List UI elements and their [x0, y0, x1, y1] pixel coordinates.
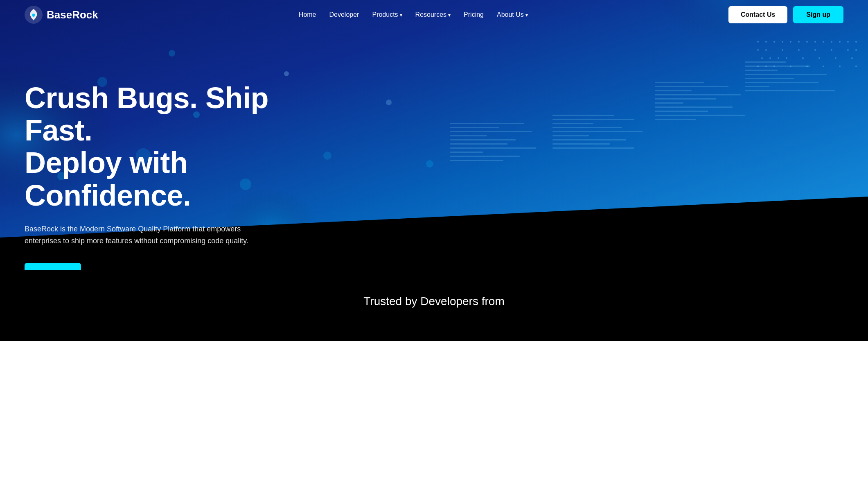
svg-rect-46: [450, 139, 516, 140]
svg-rect-42: [450, 123, 524, 124]
svg-rect-44: [450, 131, 532, 132]
svg-point-88: [426, 160, 433, 168]
svg-rect-26: [761, 57, 763, 59]
svg-rect-23: [831, 49, 832, 51]
logo-icon: [25, 6, 43, 24]
nav-actions: Contact Us Sign up: [728, 6, 843, 23]
nav-item-about[interactable]: About Us ▾: [497, 11, 528, 18]
logo-text: BaseRock: [47, 9, 98, 21]
svg-rect-66: [655, 102, 683, 104]
trusted-title: Trusted by Developers from: [25, 295, 843, 308]
svg-rect-11: [806, 41, 808, 43]
svg-rect-69: [655, 115, 745, 116]
svg-rect-12: [814, 41, 816, 43]
svg-rect-65: [655, 98, 716, 100]
logo-link[interactable]: BaseRock: [25, 6, 98, 24]
svg-rect-64: [655, 94, 741, 95]
svg-rect-53: [552, 119, 634, 120]
svg-rect-73: [745, 70, 778, 71]
svg-rect-77: [745, 86, 769, 87]
navbar: BaseRock Home Developer Products ▾ Resou…: [0, 0, 868, 29]
svg-rect-21: [798, 49, 800, 51]
svg-rect-40: [839, 66, 841, 67]
svg-rect-52: [552, 115, 614, 116]
svg-rect-20: [782, 49, 783, 51]
svg-rect-41: [855, 66, 857, 67]
svg-rect-54: [552, 123, 593, 124]
svg-rect-61: [655, 82, 704, 83]
signup-hero-button[interactable]: Sign up: [25, 263, 81, 270]
svg-rect-16: [847, 41, 849, 43]
svg-rect-8: [782, 41, 783, 43]
svg-rect-68: [655, 111, 708, 112]
svg-rect-14: [831, 41, 832, 43]
svg-rect-63: [655, 90, 692, 91]
nav-item-developer[interactable]: Developer: [329, 11, 359, 18]
svg-rect-29: [786, 57, 787, 59]
svg-rect-25: [855, 49, 857, 51]
svg-rect-56: [552, 131, 643, 132]
svg-rect-50: [450, 156, 520, 157]
svg-rect-58: [552, 139, 626, 140]
svg-rect-67: [655, 106, 733, 108]
svg-rect-76: [745, 82, 818, 83]
nav-item-products[interactable]: Products ▾: [372, 11, 402, 18]
svg-rect-72: [745, 66, 810, 67]
nav-links: Home Developer Products ▾ Resources ▾ Pr…: [299, 11, 528, 18]
svg-rect-70: [655, 119, 696, 120]
hero-title: Crush Bugs. Ship Fast. Deploy with Confi…: [25, 82, 344, 212]
svg-rect-9: [790, 41, 791, 43]
nav-item-home[interactable]: Home: [299, 11, 316, 18]
hero-content: Crush Bugs. Ship Fast. Deploy with Confi…: [0, 0, 368, 270]
svg-rect-43: [450, 127, 499, 128]
svg-rect-51: [450, 160, 503, 161]
svg-rect-62: [655, 86, 728, 87]
signup-nav-button[interactable]: Sign up: [793, 6, 843, 23]
svg-rect-74: [745, 74, 827, 75]
chevron-down-icon: ▾: [525, 12, 528, 18]
contact-us-button[interactable]: Contact Us: [728, 6, 787, 23]
hero-section: Crush Bugs. Ship Fast. Deploy with Confi…: [0, 0, 868, 270]
svg-rect-10: [798, 41, 800, 43]
chevron-down-icon: ▾: [400, 12, 402, 18]
svg-rect-30: [802, 57, 804, 59]
svg-rect-57: [552, 135, 589, 136]
svg-rect-13: [823, 41, 824, 43]
svg-rect-33: [851, 57, 853, 59]
svg-rect-19: [765, 49, 767, 51]
nav-item-pricing[interactable]: Pricing: [464, 11, 484, 18]
hero-subtitle: BaseRock is the Modern Software Quality …: [25, 223, 262, 247]
svg-rect-71: [745, 61, 786, 63]
svg-rect-75: [745, 78, 794, 79]
svg-rect-32: [835, 57, 836, 59]
svg-rect-48: [450, 147, 536, 149]
svg-rect-39: [823, 66, 824, 67]
svg-rect-15: [839, 41, 841, 43]
chevron-down-icon: ▾: [448, 12, 451, 18]
svg-rect-47: [450, 143, 507, 145]
svg-rect-27: [769, 57, 771, 59]
svg-rect-59: [552, 143, 610, 145]
svg-rect-24: [847, 49, 849, 51]
svg-rect-5: [757, 41, 759, 43]
svg-rect-22: [814, 49, 816, 51]
trusted-section: Trusted by Developers from: [0, 270, 868, 341]
svg-rect-18: [757, 49, 759, 51]
svg-rect-28: [778, 57, 779, 59]
svg-rect-31: [818, 57, 820, 59]
svg-rect-17: [855, 41, 857, 43]
svg-rect-78: [745, 90, 835, 91]
svg-rect-45: [450, 135, 487, 136]
svg-rect-60: [552, 147, 634, 149]
svg-point-87: [386, 100, 392, 105]
svg-rect-6: [765, 41, 767, 43]
nav-item-resources[interactable]: Resources ▾: [415, 11, 451, 18]
svg-rect-7: [773, 41, 775, 43]
svg-rect-49: [450, 152, 483, 153]
svg-rect-55: [552, 127, 622, 128]
